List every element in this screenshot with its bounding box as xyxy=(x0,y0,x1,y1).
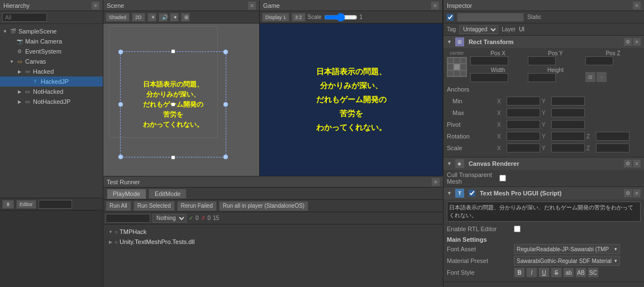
sidebar-item-not-hacked[interactable]: ▶ ▭ NotHacked xyxy=(0,87,103,97)
tag-select[interactable]: Untagged xyxy=(459,25,498,34)
scene-audio-btn[interactable]: 🔊 xyxy=(159,13,168,22)
rotation-x[interactable]: 0 xyxy=(507,132,540,141)
2d-toggle[interactable]: 2D xyxy=(132,13,145,22)
anchor-preset-widget[interactable] xyxy=(447,57,467,77)
object-name-field[interactable]: HackedJP xyxy=(457,13,524,22)
sidebar-item-not-hacked-jp[interactable]: ▶ ▭ NotHackedJP xyxy=(0,97,103,107)
underline-btn[interactable]: U xyxy=(538,267,550,278)
test-tree-item-dll[interactable]: ▶ ○ Unity.TextMeshPro.Tests.dll xyxy=(106,237,441,247)
display-dropdown[interactable]: Display 1 xyxy=(262,13,289,22)
scene-effects-btn[interactable]: ✦ xyxy=(170,13,179,22)
tmp-menu-btn[interactable]: ≡ xyxy=(633,189,641,197)
anchor-min-y[interactable]: 0.5 xyxy=(551,97,585,106)
tree-item-label: Hacked xyxy=(33,68,54,75)
scale-y[interactable]: 1 xyxy=(551,144,585,152)
game-view: 日本語表示の問題、分かりみが深い、だれもゲーム開発の苦労をわかってくれない。 xyxy=(260,23,442,176)
material-preset-dropdown[interactable]: SawarabiGothic-Regular SDF Material xyxy=(514,256,620,266)
hierarchy-search[interactable] xyxy=(2,13,47,22)
canvas-renderer-header[interactable]: ▼ ◈ Canvas Renderer ⚙ ≡ xyxy=(443,157,644,170)
aspect-dropdown[interactable]: 3:2 xyxy=(292,13,306,22)
rect-transform-settings-btn[interactable]: ⚙ xyxy=(624,38,632,46)
check-icon: ✓ xyxy=(189,215,193,221)
test-search-input[interactable] xyxy=(106,214,150,223)
test-tree-item-tmphack[interactable]: ▼ ○ TMPHack xyxy=(106,227,441,237)
anchor-mr xyxy=(223,102,228,107)
scene-lighting-btn[interactable]: ☀ xyxy=(147,13,156,22)
rotation-z[interactable]: 0 xyxy=(596,132,629,141)
run-selected-btn[interactable]: Run Selected xyxy=(133,201,175,211)
text-mesh-pro-header[interactable]: ▼ T Text Mesh Pro UGUI (Script) ⚙ ≡ xyxy=(443,187,644,199)
sidebar-item-hacked[interactable]: ▶ ▭ Hacked xyxy=(0,66,103,76)
uppercase-btn[interactable]: AB xyxy=(575,267,586,278)
pause-button[interactable]: ⏸ xyxy=(2,200,14,209)
font-style-buttons: B I U S ab AB SC xyxy=(514,267,599,278)
pos-z-field[interactable]: 0 xyxy=(585,56,613,65)
object-active-checkbox[interactable] xyxy=(447,14,454,21)
scene-options-btn[interactable]: ≡ xyxy=(248,2,256,9)
smallcaps-btn[interactable]: SC xyxy=(588,267,599,278)
collapse-arrow: ▼ xyxy=(447,190,452,196)
lowercase-btn[interactable]: ab xyxy=(563,267,574,278)
tmp-text-preview[interactable]: 日本語表示の問題、分かりみが深い、だれもゲーム開発の苦労をわかってくれない。 xyxy=(447,202,641,222)
anchor-max-y[interactable]: 0.5 xyxy=(551,108,585,117)
font-asset-dropdown[interactable]: RegularReadable-JP-Sawarabi (TMP xyxy=(514,244,620,254)
italic-btn[interactable]: I xyxy=(526,267,537,278)
tab-editmode[interactable]: EditMode xyxy=(149,189,187,199)
scene-gizmos-btn[interactable]: ⊞ xyxy=(181,13,190,22)
scale-z[interactable]: 1 xyxy=(596,144,629,152)
tab-playmode[interactable]: PlayMode xyxy=(107,189,146,199)
scale-x[interactable]: 1 xyxy=(507,144,540,152)
scene-header: Scene ≡ xyxy=(103,0,259,11)
rect-transform-menu-btn[interactable]: ≡ xyxy=(633,38,641,46)
pos-x-field[interactable]: -5.722046e- xyxy=(470,56,508,65)
object-icon: ▭ xyxy=(23,68,31,75)
rect-transform-header[interactable]: ▼ ⊞ Rect Transform ⚙ ≡ xyxy=(443,36,644,48)
cull-checkbox[interactable] xyxy=(499,175,506,181)
sidebar-item-main-camera[interactable]: 📷 Main Camera xyxy=(0,36,103,46)
scene-text-element[interactable]: 日本語表示の問題、分かりみが深い、だれもゲーム開発の苦労をわかってくれない。 xyxy=(120,51,226,157)
bold-btn[interactable]: B xyxy=(514,267,525,278)
test-filter-select[interactable]: Nothing xyxy=(152,214,187,223)
expand-arrow: ▼ xyxy=(2,28,8,34)
run-all-player-btn[interactable]: Run all in player (StandaloneOS) xyxy=(219,201,308,211)
rtl-checkbox[interactable] xyxy=(514,226,521,232)
anchor-max-row: Max X 0.5 Y 0.5 xyxy=(447,108,641,118)
rerun-failed-btn[interactable]: Rerun Failed xyxy=(177,201,217,211)
game-options-btn[interactable]: ≡ xyxy=(431,2,439,9)
rotation-y[interactable]: 0 xyxy=(551,132,585,141)
sidebar-item-sample-scene[interactable]: ▼ 🎬 SampleScene xyxy=(0,26,103,36)
editor-mode-btn[interactable]: Editor xyxy=(16,200,36,209)
inspector-options-btn[interactable]: ≡ xyxy=(633,2,641,9)
hierarchy-options-btn[interactable]: ≡ xyxy=(92,2,99,9)
canvas-renderer-settings-btn[interactable]: ⚙ xyxy=(624,160,632,168)
tmp-active-checkbox[interactable] xyxy=(469,190,475,197)
sidebar-item-hacked-jp[interactable]: T HackedJP xyxy=(0,76,103,87)
run-all-btn[interactable]: Run All xyxy=(106,201,131,211)
anchor-min-x[interactable]: 0.5 xyxy=(507,97,540,106)
tmp-settings-btn[interactable]: ⚙ xyxy=(624,189,632,197)
console-search[interactable] xyxy=(39,200,72,209)
anchor-min-label: Min xyxy=(447,98,497,104)
height-field[interactable]: 305.2 xyxy=(528,73,556,82)
strikethrough-btn[interactable]: S xyxy=(551,267,562,278)
anchor-max-label: Max xyxy=(447,109,497,116)
sidebar-item-eventsystem[interactable]: ⚙ EventSystem xyxy=(0,46,103,56)
scale-slider[interactable] xyxy=(324,14,357,21)
test-runner-options-btn[interactable]: ≡ xyxy=(432,178,440,186)
cull-label: Cull Transparent Mesh xyxy=(447,171,497,185)
test-results: ✓ 0 ✗ 0 15 xyxy=(189,215,219,221)
expand-arrow: ▶ xyxy=(108,239,113,245)
link-btn[interactable]: ▫ xyxy=(597,72,607,82)
canvas-renderer-menu-btn[interactable]: ≡ xyxy=(633,160,641,168)
width-field[interactable]: 307.2 xyxy=(470,73,508,82)
anchor-max-x[interactable]: 0.5 xyxy=(507,108,540,117)
pos-z-label: Pos Z xyxy=(585,50,641,56)
tree-item-label: EventSystem xyxy=(25,48,61,55)
pivot-x[interactable]: 0.5 xyxy=(507,120,540,129)
shading-dropdown[interactable]: Shaded xyxy=(106,13,130,22)
pos-y-field[interactable]: 0 xyxy=(528,56,556,65)
pivot-y[interactable]: 0.5 xyxy=(551,120,585,129)
text-mesh-pro-section: ▼ T Text Mesh Pro UGUI (Script) ⚙ ≡ 日本語表… xyxy=(443,187,644,282)
constrain-proportions-btn[interactable]: ⊟ xyxy=(585,72,595,82)
sidebar-item-canvas[interactable]: ▼ ▭ Canvas xyxy=(0,56,103,66)
